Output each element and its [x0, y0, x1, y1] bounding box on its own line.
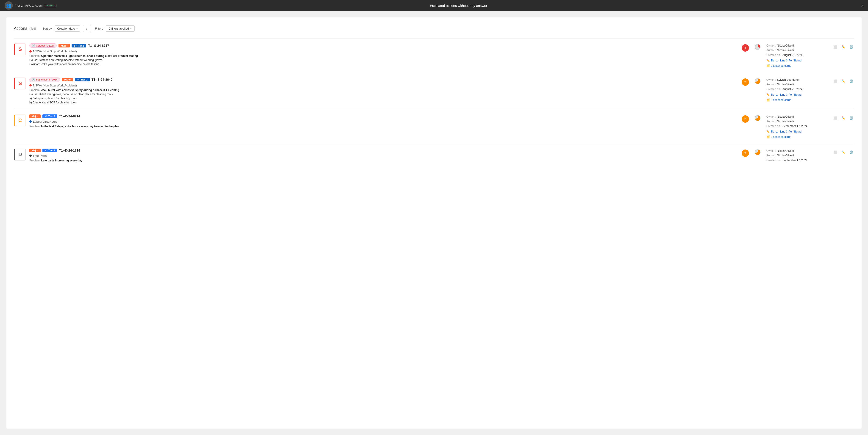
meta-info: Owner : Nicola Olivetti Author : Nicola … — [766, 149, 807, 163]
owner-row: Owner : Sylvain Bourderon — [766, 77, 802, 82]
card-meta: 2 Owner : Nicola Olivetti Author : Nicol… — [742, 149, 829, 163]
attached-cards-link[interactable]: 🗂️ 2 attached cards — [766, 64, 802, 68]
author-value: Nicola Olivetti — [777, 48, 794, 53]
solution-field: b) Create visual SOP for cleaning tools — [29, 101, 738, 104]
priority-tag: Major — [59, 44, 70, 48]
created-label: Created on : — [766, 87, 781, 92]
category-dot — [29, 120, 32, 123]
clock-icon: 🕐 — [32, 44, 35, 47]
owner-label: Owner : — [766, 149, 776, 153]
card-tags: Major 🏷 Tier 3 T1--D-24-1814 — [29, 149, 738, 152]
card-tags: 🕐 October 4, 2024 Major 🏷 Tier 2 T1--S-2… — [29, 43, 738, 48]
topbar-title: Escalated actions without any answer — [430, 4, 487, 7]
expand-button[interactable]: ⬜ — [832, 79, 838, 84]
author-label: Author : — [766, 48, 776, 53]
action-id: T1--C-24-8714 — [59, 115, 80, 118]
owner-label: Owner : — [766, 77, 776, 82]
category-dot — [29, 155, 32, 157]
attached-cards-link[interactable]: 🗂️ 2 attached cards — [766, 98, 802, 102]
tier-tag: 🏷 Tier 2 — [75, 78, 90, 82]
card-actions: ⬜ ✏️ 🗑️ — [832, 115, 854, 121]
topbar-room: Tier 2 - APU 1 Room — [15, 4, 42, 7]
sort-chevron: ▾ — [76, 27, 78, 30]
created-label: Created on : — [766, 53, 781, 57]
created-on-row: Created on : September 17, 2024 — [766, 158, 807, 163]
close-button[interactable]: × — [861, 3, 863, 8]
created-value: September 17, 2024 — [782, 158, 807, 163]
card-meta: 1 Owner : Nicola Olivetti Author : Nicol… — [742, 43, 829, 68]
delete-button[interactable]: 🗑️ — [848, 115, 854, 121]
clock-icon: 🕐 — [32, 78, 35, 81]
edit-button[interactable]: ✏️ — [840, 44, 846, 50]
response-badge: 2 — [742, 115, 749, 123]
icon-letter: S — [18, 81, 22, 87]
meta-info: Owner : Nicola Olivetti Author : Nicola … — [766, 43, 802, 68]
card-meta: 2 Owner : Sylvain Bourderon Author : Nic… — [742, 77, 829, 102]
expand-button[interactable]: ⬜ — [832, 150, 838, 155]
card-icon: D — [14, 149, 26, 160]
action-id: T1--S-24-8640 — [92, 78, 113, 82]
card-actions: ⬜ ✏️ 🗑️ — [832, 44, 854, 50]
expand-button[interactable]: ⬜ — [832, 115, 838, 121]
icon-letter: S — [18, 46, 22, 52]
problem-field: Problem: In the last 3 days, extra hours… — [29, 125, 738, 128]
tier-icon: 🏷 — [45, 149, 47, 152]
owner-value: Nicola Olivetti — [777, 43, 794, 48]
card-actions: ⬜ ✏️ 🗑️ — [832, 79, 854, 84]
expand-button[interactable]: ⬜ — [832, 44, 838, 50]
owner-row: Owner : Nicola Olivetti — [766, 115, 807, 119]
solution-field: a) Set up a cupboard for cleaning tools — [29, 97, 738, 100]
created-on-row: Created on : August 21, 2024 — [766, 53, 802, 57]
delete-button[interactable]: 🗑️ — [848, 44, 854, 50]
board-link-icon: ✏️ — [766, 129, 770, 134]
toolbar: Actions (4/4) Sort by Creation date ▾ ↓ … — [14, 25, 854, 32]
author-label: Author : — [766, 153, 776, 158]
category-dot — [29, 84, 32, 87]
created-value: September 17, 2024 — [782, 124, 807, 128]
topbar-badge: PUBLIC — [45, 4, 56, 7]
main-container: Actions (4/4) Sort by Creation date ▾ ↓ … — [6, 18, 862, 429]
filters-dropdown[interactable]: 2 filters applied ▾ — [106, 26, 134, 32]
board-link-icon: ✏️ — [766, 92, 770, 97]
sort-dropdown[interactable]: Creation date ▾ — [55, 26, 80, 32]
action-card: S 🕐 September 6, 2024 Major 🏷 Tier 2 T1-… — [14, 73, 854, 110]
actions-count: (4/4) — [29, 27, 36, 31]
board-link[interactable]: ✏️ Tier 1 - Line 3 Perf Board — [766, 129, 807, 134]
action-card: C Major 🏷 Tier 3 T1--C-24-8714 Labour Xt… — [14, 110, 854, 144]
card-body: 🕐 September 6, 2024 Major 🏷 Tier 2 T1--S… — [29, 77, 738, 105]
attached-icon: 🗂️ — [766, 98, 770, 102]
author-label: Author : — [766, 119, 776, 124]
card-body: 🕐 October 4, 2024 Major 🏷 Tier 2 T1--S-2… — [29, 43, 738, 67]
board-link[interactable]: ✏️ Tier 1 - Line 3 Perf Board — [766, 58, 802, 63]
author-row: Author : Nicola Olivetti — [766, 82, 802, 87]
category: Labour Xtra Hours — [29, 120, 738, 123]
board-link-icon: ✏️ — [766, 58, 770, 63]
meta-links: ✏️ Tier 1 - Line 3 Perf Board 🗂️ 2 attac… — [766, 129, 807, 139]
card-icon: C — [14, 115, 26, 126]
meta-info: Owner : Sylvain Bourderon Author : Nicol… — [766, 77, 802, 102]
date-tag: 🕐 October 4, 2024 — [29, 43, 57, 48]
card-actions: ⬜ ✏️ 🗑️ — [832, 150, 854, 155]
sort-direction-button[interactable]: ↓ — [83, 25, 90, 32]
tier-tag: 🏷 Tier 2 — [71, 44, 86, 48]
priority-tag: Major — [29, 149, 40, 152]
delete-button[interactable]: 🗑️ — [848, 150, 854, 155]
category: NSWA (Non Stop Work Accident) — [29, 50, 738, 53]
owner-row: Owner : Nicola Olivetti — [766, 149, 807, 153]
card-icon: S — [14, 43, 26, 55]
created-on-row: Created on : September 17, 2024 — [766, 124, 807, 128]
response-badge: 2 — [742, 79, 749, 86]
edit-button[interactable]: ✏️ — [840, 79, 846, 84]
board-link[interactable]: ✏️ Tier 1 - Line 3 Perf Board — [766, 92, 802, 97]
actions-title: Actions (4/4) — [14, 26, 36, 31]
edit-button[interactable]: ✏️ — [840, 150, 846, 155]
attached-icon: 🗂️ — [766, 64, 770, 68]
delete-button[interactable]: 🗑️ — [848, 79, 854, 84]
edit-button[interactable]: ✏️ — [840, 115, 846, 121]
card-body: Major 🏷 Tier 3 T1--C-24-8714 Labour Xtra… — [29, 115, 738, 129]
card-meta: 2 Owner : Nicola Olivetti Author : Nicol… — [742, 115, 829, 139]
attached-cards-link[interactable]: 🗂️ 2 attached cards — [766, 134, 807, 139]
author-label: Author : — [766, 82, 776, 87]
author-value: Nicola Olivetti — [777, 153, 794, 158]
author-value: Nicola Olivetti — [777, 119, 794, 124]
